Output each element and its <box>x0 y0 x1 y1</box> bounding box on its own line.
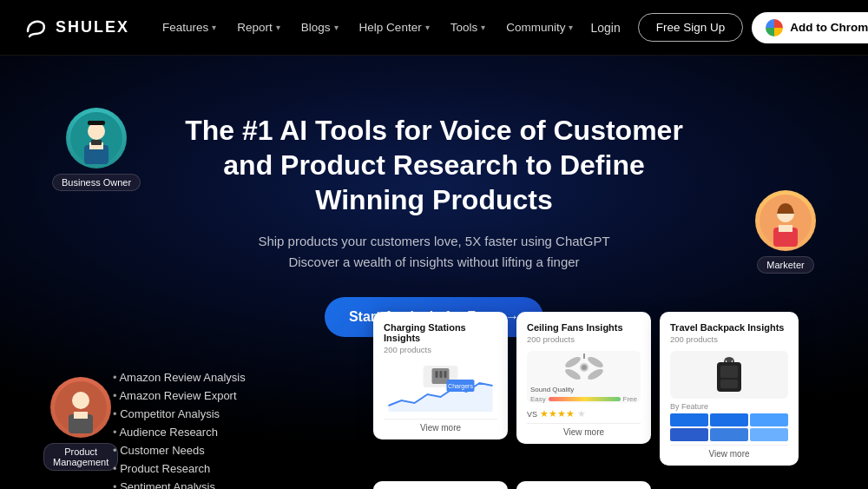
avatar-circle <box>66 108 127 169</box>
ceiling-fans-card[interactable]: Ceiling Fans Insights 200 products Sound… <box>516 312 651 444</box>
nav-right: Login Free Sign Up Add to Chrome <box>582 12 868 43</box>
card-view-more: View more <box>527 423 641 437</box>
feature-list: Amazon Review Analysis Amazon Review Exp… <box>113 368 246 489</box>
svg-text:Chargers: Chargers <box>448 383 473 390</box>
svg-rect-31 <box>727 358 732 362</box>
charging-station-chart: Chargers <box>384 361 497 413</box>
list-item: Competitor Analysis <box>113 405 246 423</box>
nav-item-features[interactable]: Features ▾ <box>154 16 225 39</box>
travel-backpack-card[interactable]: Travel Backpack Insights 200 products By… <box>660 312 799 466</box>
list-item: Sentiment Analysis <box>113 478 246 489</box>
list-item: Customer Needs <box>113 441 246 459</box>
card-products: 200 products <box>527 334 641 344</box>
logo[interactable]: SHULEX <box>21 14 129 42</box>
svg-rect-13 <box>74 412 88 419</box>
card-products: 200 products <box>384 345 497 354</box>
card-view-more: View more <box>384 419 497 433</box>
add-chrome-button[interactable]: Add to Chrome <box>752 12 868 43</box>
avatar-circle <box>755 190 816 251</box>
charging-stations-card[interactable]: Charging Stations Insights 200 products <box>373 312 508 439</box>
svg-rect-18 <box>444 371 447 378</box>
svg-rect-5 <box>88 121 105 125</box>
chevron-down-icon: ▾ <box>334 23 339 32</box>
logo-icon <box>21 14 49 42</box>
business-owner-avatar-img <box>70 112 122 164</box>
logo-text: SHULEX <box>56 18 129 36</box>
svg-point-23 <box>586 354 604 369</box>
product-mgmt-avatar-img <box>55 381 107 433</box>
svg-point-22 <box>563 354 582 369</box>
quality-section: Sound Quality Easy Free <box>527 386 641 403</box>
by-feature-label: By Feature <box>670 402 788 411</box>
chevron-down-icon: ▾ <box>481 23 485 32</box>
marketer-avatar-img <box>760 195 812 247</box>
svg-rect-17 <box>440 371 443 378</box>
nav-item-community[interactable]: Community ▾ <box>497 16 582 39</box>
hero-subtitle: Ship products your customers love, 5X fa… <box>35 231 833 273</box>
ceiling-fan-content: Sound Quality Easy Free <box>527 351 641 403</box>
cards-area: Charging Stations Insights 200 products <box>373 312 799 466</box>
baby-bouncer-card[interactable]: Baby Bouncer Insights 200 products <box>373 481 508 489</box>
chart-svg: Chargers <box>384 364 497 412</box>
list-item: Amazon Review Export <box>113 387 246 405</box>
business-owner-label: Business Owner <box>52 174 141 191</box>
svg-point-11 <box>72 392 89 409</box>
nav-item-report[interactable]: Report ▾ <box>228 16 289 39</box>
nav-links: Features ▾ Report ▾ Blogs ▾ Help Center … <box>154 16 582 39</box>
backpack-image <box>670 351 788 399</box>
svg-point-24 <box>563 367 582 381</box>
navbar: SHULEX Features ▾ Report ▾ Blogs ▾ Help … <box>0 0 868 56</box>
card-title: Ceiling Fans Insights <box>527 322 641 333</box>
avatar-circle <box>50 377 111 438</box>
avatar-marketer: Marketer <box>755 190 816 274</box>
svg-rect-29 <box>720 366 738 378</box>
hero-title: The #1 AI Tools for Voice of Customer an… <box>174 113 694 217</box>
rating-row: VS ★★★★★ <box>527 408 641 420</box>
product-mgmt-label: Product Management <box>43 443 118 471</box>
svg-rect-30 <box>720 380 738 388</box>
feature-blocks <box>670 413 788 441</box>
card-view-more: View more <box>670 445 788 459</box>
list-item: Amazon Review Analysis <box>113 368 246 387</box>
chevron-down-icon: ▾ <box>276 23 280 32</box>
backpack-svg <box>712 355 746 394</box>
card-title: Travel Backpack Insights <box>670 322 788 333</box>
marketer-label: Marketer <box>757 256 813 274</box>
fan-svg <box>562 352 606 382</box>
hero-center: The #1 AI Tools for Voice of Customer an… <box>35 87 833 337</box>
chevron-down-icon: ▾ <box>212 23 216 32</box>
nav-item-tools[interactable]: Tools ▾ <box>442 16 495 39</box>
svg-rect-16 <box>436 371 438 378</box>
card-products: 200 products <box>670 334 788 344</box>
chevron-down-icon: ▾ <box>569 23 573 32</box>
svg-rect-9 <box>779 225 792 232</box>
svg-point-26 <box>582 365 587 370</box>
list-item: Product Research <box>113 459 246 478</box>
camera-insights-card[interactable]: Camera Insights <box>516 481 651 489</box>
hero-section: Business Owner Marketer Product <box>0 56 868 489</box>
avatar-business-owner: Business Owner <box>52 108 141 191</box>
svg-rect-4 <box>91 140 102 145</box>
chrome-icon <box>766 19 783 36</box>
login-link[interactable]: Login <box>582 16 628 40</box>
svg-point-25 <box>586 367 604 381</box>
avatar-product-management: Product Management <box>43 377 118 471</box>
chevron-down-icon: ▾ <box>425 23 430 32</box>
card-title: Charging Stations Insights <box>384 322 497 343</box>
nav-item-blogs[interactable]: Blogs ▾ <box>293 16 347 39</box>
free-signup-button[interactable]: Free Sign Up <box>638 13 744 42</box>
list-item: Audience Research <box>113 423 246 441</box>
nav-item-helpcenter[interactable]: Help Center ▾ <box>351 16 438 39</box>
cards-row2: Baby Bouncer Insights 200 products Camer… <box>373 481 651 489</box>
